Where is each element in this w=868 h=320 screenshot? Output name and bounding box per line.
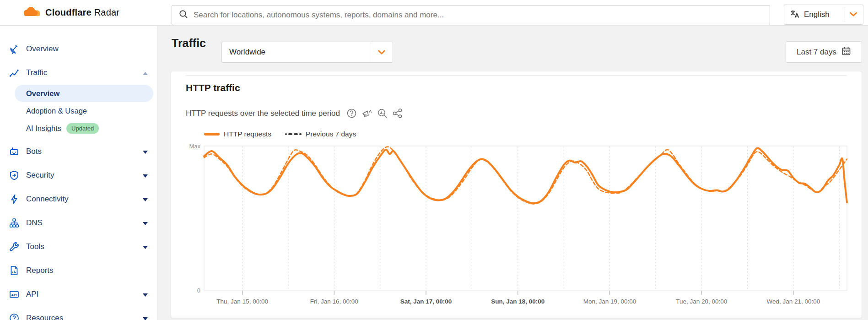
robot-icon bbox=[8, 146, 20, 157]
subitem-label: Overview bbox=[26, 89, 59, 98]
chevron-up-icon[interactable] bbox=[143, 69, 148, 77]
sidebar-item-connectivity[interactable]: Connectivity bbox=[0, 187, 157, 211]
svg-text:0: 0 bbox=[197, 287, 200, 294]
sidebar-nav: Overview Traffic Overview Adoption & Usa… bbox=[0, 26, 157, 320]
sidebar-item-label: DNS bbox=[26, 218, 43, 228]
svg-text:Tue, Jan 20, 00:00: Tue, Jan 20, 00:00 bbox=[676, 298, 727, 305]
global-search bbox=[172, 5, 770, 25]
language-label: English bbox=[804, 10, 841, 19]
svg-text:Thu, Jan 15, 00:00: Thu, Jan 15, 00:00 bbox=[216, 298, 268, 305]
translate-icon bbox=[790, 9, 800, 21]
cloudflare-radar-app: Cloudflare Radar English bbox=[0, 0, 868, 320]
http-traffic-card: HTTP traffic HTTP requests over the sele… bbox=[171, 71, 862, 318]
sidebar-item-overview[interactable]: Overview bbox=[0, 37, 157, 61]
traffic-submenu: Overview Adoption & Usage AI Insights Up… bbox=[0, 85, 157, 137]
sidebar-item-label: Reports bbox=[26, 266, 54, 275]
question-circle-icon bbox=[8, 312, 20, 320]
chevron-down-icon[interactable] bbox=[143, 290, 148, 298]
main-content: Traffic Worldwide Last 7 days bbox=[157, 26, 868, 320]
chevron-down-icon[interactable] bbox=[143, 171, 148, 179]
divider bbox=[845, 9, 845, 20]
radar-dish-icon bbox=[8, 43, 20, 55]
sidebar-item-label: Traffic bbox=[26, 68, 47, 77]
sidebar-item-label: Resources bbox=[26, 314, 63, 320]
sidebar-item-label: API bbox=[26, 290, 38, 299]
sidebar-item-label: Connectivity bbox=[26, 195, 69, 204]
subitem-label: AI Insights bbox=[26, 124, 61, 133]
shield-icon bbox=[8, 169, 20, 181]
sidebar-item-traffic[interactable]: Traffic bbox=[0, 61, 157, 85]
svg-text:Fri, Jan 16, 00:00: Fri, Jan 16, 00:00 bbox=[310, 298, 358, 305]
brand[interactable]: Cloudflare Radar bbox=[22, 6, 119, 19]
hierarchy-icon bbox=[8, 217, 20, 229]
sidebar-subitem-ai-insights[interactable]: AI Insights Updated bbox=[0, 119, 157, 137]
cloudflare-logo-icon bbox=[22, 6, 41, 19]
sidebar-item-label: Tools bbox=[26, 242, 44, 251]
brand-text: Cloudflare Radar bbox=[45, 7, 119, 18]
api-icon: API bbox=[8, 288, 20, 300]
calendar-icon bbox=[841, 46, 851, 58]
chevron-down-icon[interactable] bbox=[143, 195, 148, 203]
svg-text:Wed, Jan 21, 00:00: Wed, Jan 21, 00:00 bbox=[766, 298, 820, 305]
sidebar-item-label: Security bbox=[26, 171, 54, 180]
sidebar-item-label: Bots bbox=[26, 147, 42, 156]
sidebar-item-tools[interactable]: Tools bbox=[0, 235, 157, 259]
sidebar-subitem-traffic-overview[interactable]: Overview bbox=[15, 85, 153, 102]
traffic-line-icon bbox=[8, 67, 20, 79]
svg-text:Sat, Jan 17, 00:00: Sat, Jan 17, 00:00 bbox=[400, 298, 452, 305]
language-selector[interactable]: English bbox=[784, 5, 863, 25]
brand-light: Radar bbox=[94, 7, 119, 17]
location-selector[interactable]: Worldwide bbox=[221, 42, 393, 63]
svg-text:API: API bbox=[11, 293, 17, 297]
page-title: Traffic bbox=[172, 37, 206, 50]
report-doc-icon bbox=[8, 265, 20, 277]
location-value: Worldwide bbox=[222, 48, 370, 57]
wrench-icon bbox=[8, 241, 20, 253]
date-range-value: Last 7 days bbox=[797, 48, 836, 57]
brand-bold: Cloudflare bbox=[45, 7, 92, 17]
sidebar-item-bots[interactable]: Bots bbox=[0, 140, 157, 163]
sidebar-item-security[interactable]: Security bbox=[0, 163, 157, 187]
chevron-down-icon[interactable] bbox=[143, 147, 148, 156]
sidebar-item-reports[interactable]: Reports bbox=[0, 259, 157, 282]
chevron-down-icon[interactable] bbox=[143, 219, 148, 227]
svg-text:Sun, Jan 18, 00:00: Sun, Jan 18, 00:00 bbox=[491, 298, 545, 305]
chevron-down-icon[interactable] bbox=[143, 243, 148, 251]
svg-text:Max: Max bbox=[189, 143, 200, 150]
top-header: Cloudflare Radar English bbox=[0, 0, 868, 26]
sidebar-subitem-adoption-usage[interactable]: Adoption & Usage bbox=[0, 102, 157, 119]
lightning-icon bbox=[8, 193, 20, 205]
subitem-label: Adoption & Usage bbox=[26, 107, 87, 115]
chevron-down-icon bbox=[370, 42, 393, 62]
updated-badge: Updated bbox=[66, 123, 99, 134]
sidebar-item-label: Overview bbox=[26, 44, 59, 54]
sidebar-item-api[interactable]: API API bbox=[0, 282, 157, 306]
http-traffic-line-chart[interactable]: Thu, Jan 15, 00:00Fri, Jan 16, 00:00Sat,… bbox=[171, 71, 862, 318]
svg-text:Mon, Jan 19, 00:00: Mon, Jan 19, 00:00 bbox=[583, 298, 636, 305]
sidebar-item-resources[interactable]: Resources bbox=[0, 306, 157, 320]
chevron-down-icon[interactable] bbox=[143, 314, 148, 320]
date-range-selector[interactable]: Last 7 days bbox=[786, 41, 862, 63]
search-input[interactable] bbox=[194, 11, 763, 20]
chevron-down-icon bbox=[849, 11, 857, 19]
sidebar-item-dns[interactable]: DNS bbox=[0, 211, 157, 235]
search-icon bbox=[178, 9, 189, 21]
